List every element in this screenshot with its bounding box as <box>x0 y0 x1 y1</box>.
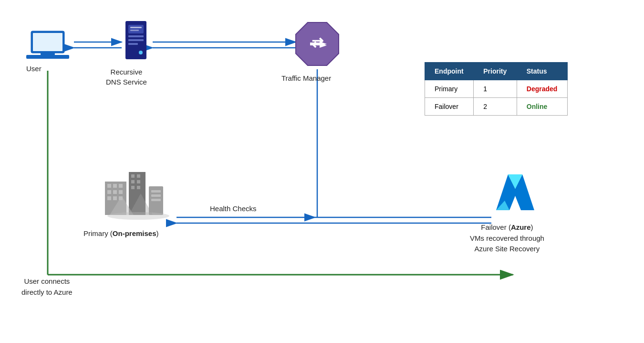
svg-rect-42 <box>151 194 161 197</box>
status-online: Online <box>517 98 567 116</box>
svg-rect-26 <box>119 184 123 188</box>
endpoint-failover: Failover <box>425 98 474 116</box>
svg-rect-27 <box>107 190 111 194</box>
diagram-container: { "title": "Azure Traffic Manager Failov… <box>0 0 644 343</box>
priority-2: 2 <box>474 98 517 116</box>
svg-rect-35 <box>137 174 140 178</box>
svg-point-15 <box>139 51 143 54</box>
table-row: Failover 2 Online <box>425 98 568 116</box>
dns-label: RecursiveDNS Service <box>106 67 147 87</box>
svg-rect-6 <box>33 33 62 51</box>
svg-rect-37 <box>137 180 140 183</box>
svg-rect-24 <box>107 184 111 188</box>
svg-rect-41 <box>151 190 161 193</box>
primary-label: Primary (On-premises) <box>83 229 159 237</box>
svg-rect-11 <box>128 25 144 33</box>
status-degraded: Degraded <box>517 80 567 98</box>
failover-label: Failover (Azure) VMs recovered through A… <box>470 222 544 255</box>
user-connects-label: User connectsdirectly to Azure <box>21 276 73 298</box>
user-label: User <box>26 64 42 73</box>
traffic-manager-label: Traffic Manager <box>281 74 331 82</box>
svg-rect-17 <box>130 30 139 31</box>
endpoint-primary: Primary <box>425 80 474 98</box>
svg-rect-9 <box>43 53 52 55</box>
svg-rect-34 <box>131 174 135 178</box>
health-checks-label: Health Checks <box>210 204 257 213</box>
dns-icon <box>122 20 150 63</box>
svg-rect-38 <box>131 186 135 189</box>
priority-1: 1 <box>474 80 517 98</box>
onprem-icon <box>103 167 179 225</box>
svg-rect-43 <box>151 199 161 201</box>
svg-rect-30 <box>107 196 111 200</box>
svg-rect-7 <box>26 55 69 59</box>
svg-rect-39 <box>137 186 140 189</box>
table-header-priority: Priority <box>474 63 517 80</box>
svg-rect-36 <box>131 180 135 183</box>
svg-text:⇄: ⇄ <box>312 34 323 50</box>
laptop-icon <box>26 29 69 64</box>
table-header-endpoint: Endpoint <box>425 63 474 80</box>
svg-rect-13 <box>128 39 144 41</box>
traffic-manager-icon: ⇄ <box>293 20 341 68</box>
svg-rect-29 <box>119 190 123 194</box>
table-row: Primary 1 Degraded <box>425 80 568 98</box>
table-header-status: Status <box>517 63 567 80</box>
svg-rect-31 <box>113 196 117 200</box>
svg-rect-25 <box>113 184 117 188</box>
svg-rect-14 <box>128 43 138 45</box>
svg-rect-16 <box>130 27 142 28</box>
svg-rect-12 <box>128 35 144 37</box>
priority-table: Endpoint Priority Status Primary 1 Degra… <box>425 62 568 116</box>
azure-icon <box>491 170 539 217</box>
svg-rect-28 <box>113 190 117 194</box>
